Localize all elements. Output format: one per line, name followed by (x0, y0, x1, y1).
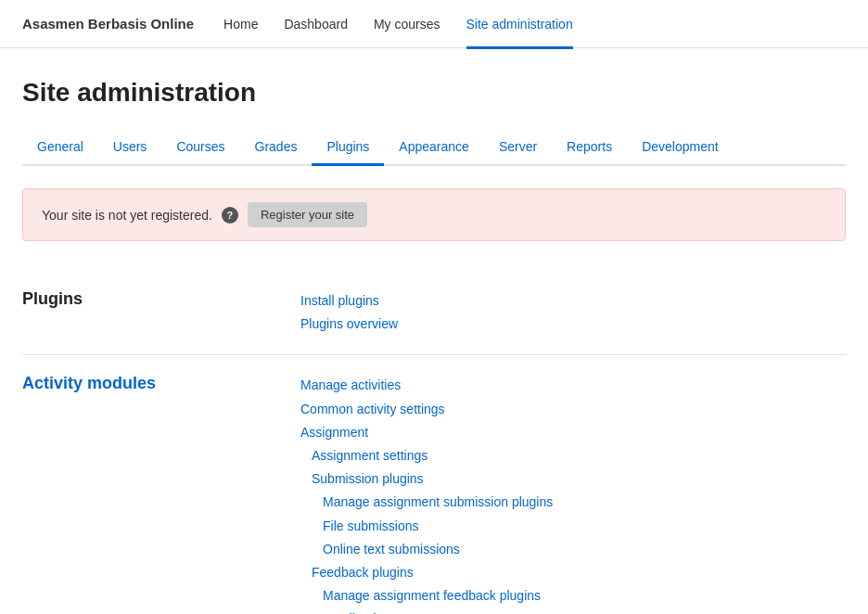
tab-bar: GeneralUsersCoursesGradesPluginsAppearan… (22, 130, 846, 166)
section-plugins: PluginsInstall pluginsPlugins overview (22, 271, 846, 355)
main-content: Site administration GeneralUsersCoursesG… (0, 48, 868, 614)
tab-general[interactable]: General (22, 130, 98, 166)
tab-appearance[interactable]: Appearance (384, 130, 484, 166)
nav-link-site-administration[interactable]: Site administration (466, 17, 573, 49)
nav-link-home[interactable]: Home (223, 17, 258, 32)
section-heading-plugins: Plugins (22, 289, 300, 309)
nav-link-dashboard[interactable]: Dashboard (284, 17, 348, 32)
sections-container: PluginsInstall pluginsPlugins overviewAc… (22, 271, 846, 614)
tab-grades[interactable]: Grades (240, 130, 313, 166)
link-submission-plugins[interactable]: Submission plugins (300, 467, 846, 491)
link-feedback-comments[interactable]: Feedback comments (300, 608, 846, 614)
section-heading-activity-modules: Activity modules (22, 374, 300, 393)
tab-users[interactable]: Users (98, 130, 162, 166)
link-common-activity-settings[interactable]: Common activity settings (300, 398, 846, 421)
link-assignment[interactable]: Assignment (300, 421, 846, 444)
link-manage-activities[interactable]: Manage activities (300, 374, 846, 397)
link-manage-assignment-submission-plugins[interactable]: Manage assignment submission plugins (300, 491, 846, 514)
nav-links: HomeDashboardMy coursesSite administrati… (223, 17, 573, 32)
tab-courses[interactable]: Courses (161, 130, 239, 166)
link-plugins-overview[interactable]: Plugins overview (300, 313, 846, 336)
help-icon[interactable]: ? (222, 207, 238, 224)
alert-text: Your site is not yet registered. (42, 208, 212, 223)
link-file-submissions[interactable]: File submissions (300, 515, 846, 538)
section-activity-modules: Activity modulesManage activitiesCommon … (22, 355, 846, 614)
link-feedback-plugins[interactable]: Feedback plugins (300, 561, 846, 584)
link-install-plugins[interactable]: Install plugins (300, 289, 846, 313)
link-assignment-settings[interactable]: Assignment settings (300, 444, 846, 467)
tab-reports[interactable]: Reports (552, 130, 627, 166)
alert-banner: Your site is not yet registered. ? Regis… (22, 188, 846, 241)
nav-link-my-courses[interactable]: My courses (374, 17, 440, 32)
tab-server[interactable]: Server (484, 130, 552, 166)
site-name: Asasmen Berbasis Online (22, 16, 194, 32)
top-navigation: Asasmen Berbasis Online HomeDashboardMy … (0, 0, 868, 48)
tab-plugins[interactable]: Plugins (312, 130, 384, 166)
register-site-button[interactable]: Register your site (248, 202, 367, 227)
page-title: Site administration (22, 78, 846, 108)
link-manage-assignment-feedback-plugins[interactable]: Manage assignment feedback plugins (300, 584, 846, 608)
link-online-text-submissions[interactable]: Online text submissions (300, 538, 846, 561)
tab-development[interactable]: Development (627, 130, 734, 166)
